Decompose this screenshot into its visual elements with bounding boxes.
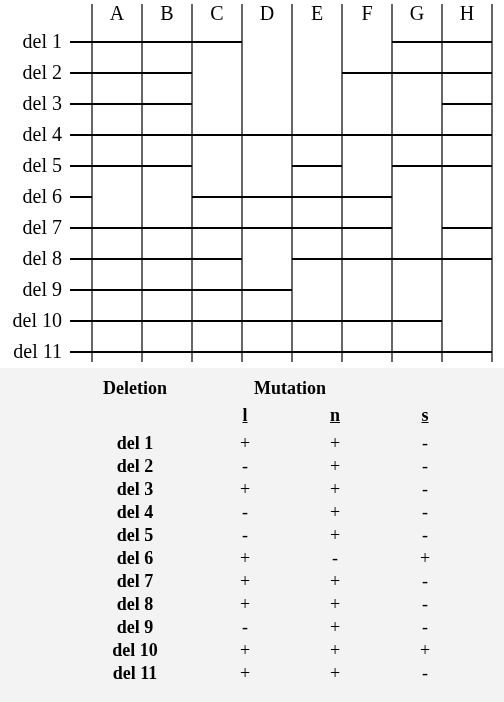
cell-s: + bbox=[380, 639, 470, 662]
table-row: del 11++- bbox=[70, 662, 470, 685]
row-label: del 2 bbox=[23, 61, 62, 83]
row-name: del 4 bbox=[70, 501, 200, 524]
header-mutation: Mutation bbox=[200, 378, 380, 405]
cell-n: - bbox=[290, 547, 380, 570]
deletion-map-svg: ABCDEFGHdel 1del 2del 3del 4del 5del 6de… bbox=[0, 0, 504, 368]
cell-s: - bbox=[380, 455, 470, 478]
cell-l: + bbox=[200, 593, 290, 616]
row-label: del 7 bbox=[23, 216, 62, 238]
col-header-D: D bbox=[260, 2, 274, 24]
table-row: del 7++- bbox=[70, 570, 470, 593]
table-row: del 5-+- bbox=[70, 524, 470, 547]
row-label: del 1 bbox=[23, 30, 62, 52]
table-row: del 1++- bbox=[70, 432, 470, 455]
header-deletion: Deletion bbox=[70, 378, 200, 405]
col-header-G: G bbox=[410, 2, 424, 24]
row-name: del 9 bbox=[70, 616, 200, 639]
cell-l: + bbox=[200, 478, 290, 501]
cell-l: + bbox=[200, 570, 290, 593]
cell-l: + bbox=[200, 639, 290, 662]
table-row: del 10+++ bbox=[70, 639, 470, 662]
cell-n: + bbox=[290, 593, 380, 616]
cell-s: - bbox=[380, 570, 470, 593]
cell-n: + bbox=[290, 478, 380, 501]
cell-n: + bbox=[290, 501, 380, 524]
header-blank bbox=[380, 378, 470, 405]
cell-l: + bbox=[200, 432, 290, 455]
mutation-table: Deletion Mutation l n s del 1++-del 2-+-… bbox=[70, 378, 470, 685]
row-name: del 10 bbox=[70, 639, 200, 662]
col-header-B: B bbox=[160, 2, 173, 24]
cell-s: - bbox=[380, 593, 470, 616]
cell-s: - bbox=[380, 501, 470, 524]
row-name: del 5 bbox=[70, 524, 200, 547]
cell-l: - bbox=[200, 501, 290, 524]
cell-n: + bbox=[290, 616, 380, 639]
col-header-H: H bbox=[460, 2, 474, 24]
row-name: del 11 bbox=[70, 662, 200, 685]
row-label: del 10 bbox=[13, 309, 62, 331]
col-header-E: E bbox=[311, 2, 323, 24]
col-header-C: C bbox=[210, 2, 223, 24]
row-name: del 7 bbox=[70, 570, 200, 593]
col-n: n bbox=[290, 405, 380, 432]
row-label: del 6 bbox=[23, 185, 62, 207]
table-row: del 9-+- bbox=[70, 616, 470, 639]
cell-l: - bbox=[200, 455, 290, 478]
cell-l: - bbox=[200, 616, 290, 639]
row-label: del 9 bbox=[23, 278, 62, 300]
row-name: del 3 bbox=[70, 478, 200, 501]
cell-n: + bbox=[290, 662, 380, 685]
row-name: del 1 bbox=[70, 432, 200, 455]
mutation-table-panel: Deletion Mutation l n s del 1++-del 2-+-… bbox=[0, 368, 504, 702]
col-header-F: F bbox=[361, 2, 372, 24]
cell-n: + bbox=[290, 524, 380, 547]
table-row: del 3++- bbox=[70, 478, 470, 501]
col-s: s bbox=[380, 405, 470, 432]
row-label: del 11 bbox=[13, 340, 62, 362]
deletion-map-diagram: ABCDEFGHdel 1del 2del 3del 4del 5del 6de… bbox=[0, 0, 504, 368]
row-label: del 3 bbox=[23, 92, 62, 114]
cell-s: - bbox=[380, 616, 470, 639]
row-name: del 2 bbox=[70, 455, 200, 478]
cell-s: - bbox=[380, 524, 470, 547]
cell-n: + bbox=[290, 570, 380, 593]
mutation-table-head: Deletion Mutation l n s bbox=[70, 378, 470, 432]
cell-s: - bbox=[380, 478, 470, 501]
row-name: del 6 bbox=[70, 547, 200, 570]
row-label: del 8 bbox=[23, 247, 62, 269]
cell-s: - bbox=[380, 662, 470, 685]
table-row: del 8++- bbox=[70, 593, 470, 616]
cell-s: - bbox=[380, 432, 470, 455]
row-name: del 8 bbox=[70, 593, 200, 616]
table-row: del 2-+- bbox=[70, 455, 470, 478]
cell-n: + bbox=[290, 455, 380, 478]
cell-n: + bbox=[290, 432, 380, 455]
cell-n: + bbox=[290, 639, 380, 662]
cell-l: - bbox=[200, 524, 290, 547]
cell-l: + bbox=[200, 662, 290, 685]
header-spacer bbox=[70, 405, 200, 432]
mutation-table-body: del 1++-del 2-+-del 3++-del 4-+-del 5-+-… bbox=[70, 432, 470, 685]
row-label: del 4 bbox=[23, 123, 62, 145]
cell-l: + bbox=[200, 547, 290, 570]
cell-s: + bbox=[380, 547, 470, 570]
row-label: del 5 bbox=[23, 154, 62, 176]
table-row: del 4-+- bbox=[70, 501, 470, 524]
col-header-A: A bbox=[110, 2, 125, 24]
table-row: del 6+-+ bbox=[70, 547, 470, 570]
col-l: l bbox=[200, 405, 290, 432]
